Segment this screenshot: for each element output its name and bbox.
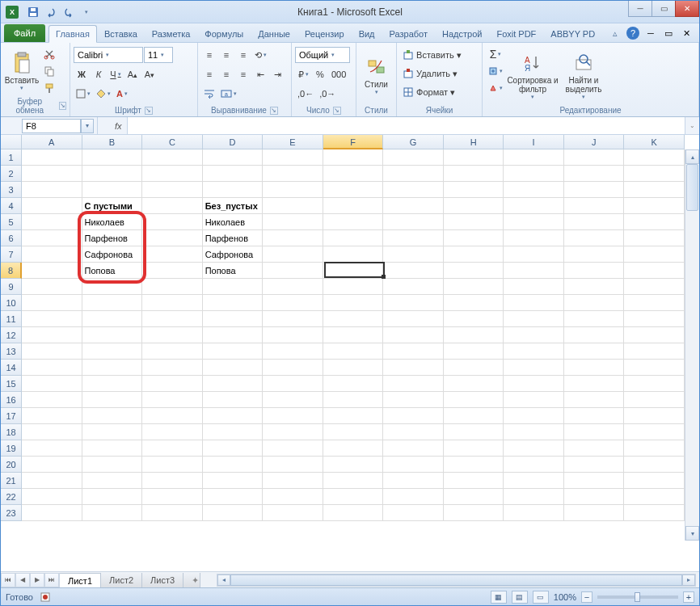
col-header-A[interactable]: A [22, 135, 82, 149]
cell-K8[interactable] [624, 263, 685, 279]
cell-J9[interactable] [564, 279, 625, 295]
tab-layout[interactable]: Разметка [145, 24, 198, 42]
shrink-font-button[interactable]: A▾ [141, 66, 158, 82]
cell-I1[interactable] [504, 149, 564, 166]
cell-C6[interactable] [142, 230, 203, 246]
cell-F11[interactable] [323, 311, 384, 327]
cell-B21[interactable] [82, 473, 143, 489]
cell-F13[interactable] [323, 343, 384, 360]
cell-H19[interactable] [444, 440, 504, 457]
cell-A7[interactable] [22, 246, 82, 263]
cell-C20[interactable] [142, 457, 203, 473]
cell-A16[interactable] [22, 392, 82, 408]
row-header-19[interactable]: 19 [1, 440, 22, 457]
autosum-button[interactable]: Σ [486, 46, 505, 62]
cell-F22[interactable] [323, 489, 384, 505]
cell-H18[interactable] [444, 424, 504, 440]
cell-H12[interactable] [444, 327, 504, 343]
cell-D1[interactable] [203, 149, 264, 166]
cell-G20[interactable] [383, 457, 444, 473]
cell-D5[interactable]: Николаев [203, 214, 264, 230]
cell-E20[interactable] [263, 457, 323, 473]
new-sheet-button[interactable]: ✦ [183, 573, 200, 587]
tab-abbyy[interactable]: ABBYY PD [543, 24, 602, 42]
cell-H17[interactable] [444, 408, 504, 424]
cell-I10[interactable] [504, 295, 564, 311]
cell-J20[interactable] [564, 457, 625, 473]
cell-A11[interactable] [22, 311, 82, 327]
align-middle-button[interactable]: ≡ [218, 47, 234, 63]
cell-E8[interactable] [263, 263, 323, 279]
horizontal-scrollbar[interactable]: ◂ ▸ [217, 574, 696, 587]
cell-A6[interactable] [22, 230, 82, 246]
font-name-combo[interactable]: Calibri [74, 47, 143, 63]
cell-K13[interactable] [624, 343, 685, 360]
row-header-22[interactable]: 22 [1, 489, 22, 505]
cell-G13[interactable] [383, 343, 444, 360]
cell-B12[interactable] [82, 327, 143, 343]
format-painter-button[interactable] [41, 80, 57, 96]
cell-J22[interactable] [564, 489, 625, 505]
sheet-nav-last[interactable]: ⏭ [44, 573, 59, 587]
cell-J14[interactable] [564, 360, 625, 376]
row-header-13[interactable]: 13 [1, 343, 22, 360]
cell-I16[interactable] [504, 392, 564, 408]
align-bottom-button[interactable]: ≡ [235, 47, 251, 63]
cell-E3[interactable] [263, 182, 323, 198]
cell-C2[interactable] [142, 166, 203, 182]
cell-K17[interactable] [624, 408, 685, 424]
cell-J6[interactable] [564, 230, 625, 246]
format-cells-button[interactable]: Формат ▾ [400, 84, 458, 100]
cell-I11[interactable] [504, 311, 564, 327]
cell-F23[interactable] [323, 505, 384, 521]
cell-B13[interactable] [82, 343, 143, 360]
cell-K9[interactable] [624, 279, 685, 295]
cell-B8[interactable]: Попова [82, 263, 143, 279]
cell-I3[interactable] [504, 182, 564, 198]
cell-G3[interactable] [383, 182, 444, 198]
cell-E10[interactable] [263, 295, 323, 311]
cell-A14[interactable] [22, 360, 82, 376]
cell-J7[interactable] [564, 246, 625, 263]
cell-F8[interactable] [323, 263, 384, 279]
cell-D9[interactable] [203, 279, 264, 295]
cell-E14[interactable] [263, 360, 323, 376]
cell-C8[interactable] [142, 263, 203, 279]
cell-H10[interactable] [444, 295, 504, 311]
cell-J1[interactable] [564, 149, 625, 166]
comma-button[interactable]: 000 [329, 66, 348, 82]
tab-review[interactable]: Рецензир [297, 24, 352, 42]
wrap-text-button[interactable] [201, 86, 217, 102]
cell-B3[interactable] [82, 182, 143, 198]
cell-E5[interactable] [263, 214, 323, 230]
cell-E12[interactable] [263, 327, 323, 343]
col-header-H[interactable]: H [444, 135, 504, 149]
row-header-3[interactable]: 3 [1, 182, 22, 198]
row-header-18[interactable]: 18 [1, 424, 22, 440]
align-right-button[interactable]: ≡ [235, 66, 251, 82]
cell-J19[interactable] [564, 440, 625, 457]
tab-home[interactable]: Главная [48, 25, 97, 43]
undo-button[interactable] [43, 4, 59, 20]
cell-B2[interactable] [82, 166, 143, 182]
paste-button[interactable]: Вставить ▾ [4, 44, 40, 96]
cell-A8[interactable] [22, 263, 82, 279]
cell-D13[interactable] [203, 343, 264, 360]
sheet-nav-next[interactable]: ▶ [30, 573, 44, 587]
cell-F12[interactable] [323, 327, 384, 343]
cell-J2[interactable] [564, 166, 625, 182]
tab-view[interactable]: Вид [352, 24, 382, 42]
cell-D14[interactable] [203, 360, 264, 376]
vertical-scrollbar[interactable]: ▴ ▾ [685, 149, 699, 541]
cell-E6[interactable] [263, 230, 323, 246]
col-header-I[interactable]: I [504, 135, 564, 149]
cell-G9[interactable] [383, 279, 444, 295]
cell-J16[interactable] [564, 392, 625, 408]
tab-data[interactable]: Данные [251, 24, 297, 42]
cell-D4[interactable]: Без_пустых [203, 198, 264, 214]
cell-C12[interactable] [142, 327, 203, 343]
cell-C7[interactable] [142, 246, 203, 263]
cell-G5[interactable] [383, 214, 444, 230]
font-size-combo[interactable]: 11 [144, 47, 173, 63]
cell-C5[interactable] [142, 214, 203, 230]
